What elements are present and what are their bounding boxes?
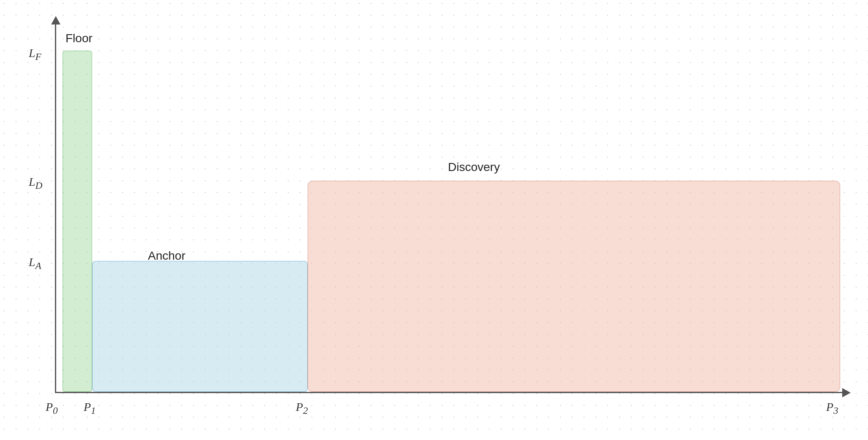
x-label-P0: P0	[46, 400, 58, 416]
anchor-bar	[92, 261, 308, 392]
y-axis-arrow	[51, 16, 60, 24]
y-label-LA: LA	[29, 255, 41, 272]
x-label-P1: P1	[84, 400, 96, 416]
chart-container: LF LD LA P0 P1 P2 P3 Floor Anchor Discov…	[0, 0, 868, 440]
x-label-P2: P2	[296, 400, 308, 416]
anchor-label: Anchor	[148, 249, 186, 263]
floor-bar	[63, 51, 92, 392]
y-label-LD: LD	[29, 175, 42, 191]
floor-label: Floor	[66, 32, 93, 45]
x-axis	[55, 392, 845, 393]
y-label-LF: LF	[29, 46, 41, 62]
y-axis	[55, 21, 56, 393]
discovery-label: Discovery	[448, 160, 500, 174]
x-label-P3: P3	[826, 400, 838, 416]
x-axis-arrow	[842, 388, 851, 397]
discovery-bar	[308, 181, 840, 392]
